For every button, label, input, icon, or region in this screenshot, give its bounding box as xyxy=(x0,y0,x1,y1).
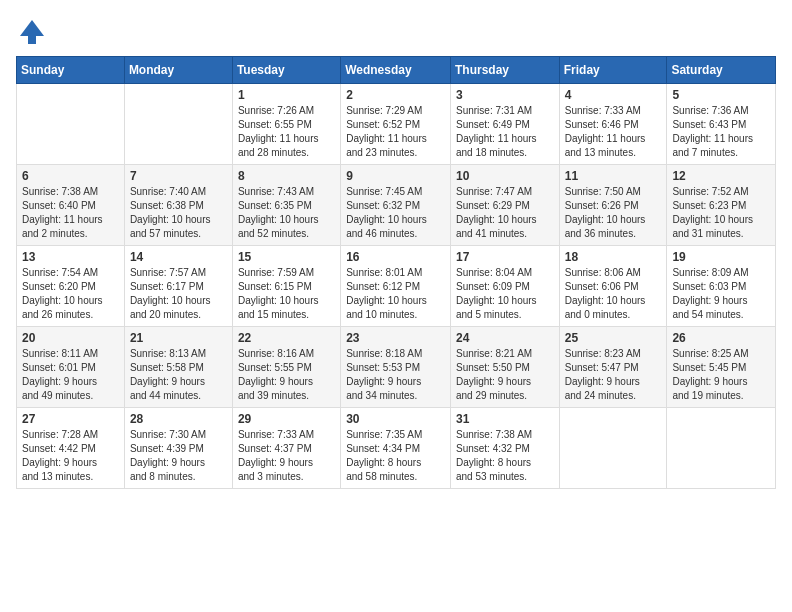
day-info: Sunrise: 7:40 AM Sunset: 6:38 PM Dayligh… xyxy=(130,185,227,241)
calendar-cell: 9Sunrise: 7:45 AM Sunset: 6:32 PM Daylig… xyxy=(341,165,451,246)
day-of-week-header: Thursday xyxy=(450,57,559,84)
calendar-cell: 29Sunrise: 7:33 AM Sunset: 4:37 PM Dayli… xyxy=(232,408,340,489)
calendar-cell: 17Sunrise: 8:04 AM Sunset: 6:09 PM Dayli… xyxy=(450,246,559,327)
svg-rect-1 xyxy=(28,36,36,44)
day-number: 25 xyxy=(565,331,662,345)
calendar-cell: 4Sunrise: 7:33 AM Sunset: 6:46 PM Daylig… xyxy=(559,84,667,165)
day-of-week-header: Saturday xyxy=(667,57,776,84)
calendar-cell: 23Sunrise: 8:18 AM Sunset: 5:53 PM Dayli… xyxy=(341,327,451,408)
day-info: Sunrise: 7:45 AM Sunset: 6:32 PM Dayligh… xyxy=(346,185,445,241)
day-number: 8 xyxy=(238,169,335,183)
day-number: 3 xyxy=(456,88,554,102)
day-number: 2 xyxy=(346,88,445,102)
day-info: Sunrise: 7:33 AM Sunset: 4:37 PM Dayligh… xyxy=(238,428,335,484)
calendar-week-row: 6Sunrise: 7:38 AM Sunset: 6:40 PM Daylig… xyxy=(17,165,776,246)
day-info: Sunrise: 7:29 AM Sunset: 6:52 PM Dayligh… xyxy=(346,104,445,160)
day-of-week-header: Monday xyxy=(124,57,232,84)
day-number: 12 xyxy=(672,169,770,183)
day-number: 7 xyxy=(130,169,227,183)
day-number: 16 xyxy=(346,250,445,264)
day-info: Sunrise: 7:36 AM Sunset: 6:43 PM Dayligh… xyxy=(672,104,770,160)
calendar-cell: 22Sunrise: 8:16 AM Sunset: 5:55 PM Dayli… xyxy=(232,327,340,408)
day-number: 13 xyxy=(22,250,119,264)
calendar-cell: 6Sunrise: 7:38 AM Sunset: 6:40 PM Daylig… xyxy=(17,165,125,246)
day-number: 26 xyxy=(672,331,770,345)
day-info: Sunrise: 7:54 AM Sunset: 6:20 PM Dayligh… xyxy=(22,266,119,322)
calendar-cell: 3Sunrise: 7:31 AM Sunset: 6:49 PM Daylig… xyxy=(450,84,559,165)
calendar-week-row: 20Sunrise: 8:11 AM Sunset: 6:01 PM Dayli… xyxy=(17,327,776,408)
calendar-cell: 1Sunrise: 7:26 AM Sunset: 6:55 PM Daylig… xyxy=(232,84,340,165)
calendar-week-row: 1Sunrise: 7:26 AM Sunset: 6:55 PM Daylig… xyxy=(17,84,776,165)
day-info: Sunrise: 8:04 AM Sunset: 6:09 PM Dayligh… xyxy=(456,266,554,322)
day-number: 30 xyxy=(346,412,445,426)
day-info: Sunrise: 8:23 AM Sunset: 5:47 PM Dayligh… xyxy=(565,347,662,403)
day-info: Sunrise: 7:59 AM Sunset: 6:15 PM Dayligh… xyxy=(238,266,335,322)
calendar-cell: 5Sunrise: 7:36 AM Sunset: 6:43 PM Daylig… xyxy=(667,84,776,165)
day-number: 31 xyxy=(456,412,554,426)
day-number: 17 xyxy=(456,250,554,264)
calendar-cell: 28Sunrise: 7:30 AM Sunset: 4:39 PM Dayli… xyxy=(124,408,232,489)
day-of-week-header: Wednesday xyxy=(341,57,451,84)
day-number: 10 xyxy=(456,169,554,183)
calendar-cell: 7Sunrise: 7:40 AM Sunset: 6:38 PM Daylig… xyxy=(124,165,232,246)
page-header xyxy=(16,16,776,48)
day-info: Sunrise: 7:31 AM Sunset: 6:49 PM Dayligh… xyxy=(456,104,554,160)
day-number: 21 xyxy=(130,331,227,345)
day-of-week-header: Sunday xyxy=(17,57,125,84)
day-info: Sunrise: 8:16 AM Sunset: 5:55 PM Dayligh… xyxy=(238,347,335,403)
calendar-cell xyxy=(667,408,776,489)
day-info: Sunrise: 7:33 AM Sunset: 6:46 PM Dayligh… xyxy=(565,104,662,160)
calendar-cell: 16Sunrise: 8:01 AM Sunset: 6:12 PM Dayli… xyxy=(341,246,451,327)
day-number: 11 xyxy=(565,169,662,183)
day-number: 18 xyxy=(565,250,662,264)
day-of-week-header: Tuesday xyxy=(232,57,340,84)
calendar-cell: 31Sunrise: 7:38 AM Sunset: 4:32 PM Dayli… xyxy=(450,408,559,489)
calendar-cell xyxy=(17,84,125,165)
day-number: 23 xyxy=(346,331,445,345)
day-info: Sunrise: 7:43 AM Sunset: 6:35 PM Dayligh… xyxy=(238,185,335,241)
calendar-table: SundayMondayTuesdayWednesdayThursdayFrid… xyxy=(16,56,776,489)
day-info: Sunrise: 8:25 AM Sunset: 5:45 PM Dayligh… xyxy=(672,347,770,403)
day-info: Sunrise: 7:47 AM Sunset: 6:29 PM Dayligh… xyxy=(456,185,554,241)
logo xyxy=(16,16,50,48)
calendar-cell xyxy=(559,408,667,489)
day-number: 9 xyxy=(346,169,445,183)
calendar-cell: 19Sunrise: 8:09 AM Sunset: 6:03 PM Dayli… xyxy=(667,246,776,327)
calendar-cell xyxy=(124,84,232,165)
calendar-cell: 15Sunrise: 7:59 AM Sunset: 6:15 PM Dayli… xyxy=(232,246,340,327)
calendar-cell: 21Sunrise: 8:13 AM Sunset: 5:58 PM Dayli… xyxy=(124,327,232,408)
day-number: 5 xyxy=(672,88,770,102)
day-number: 19 xyxy=(672,250,770,264)
day-info: Sunrise: 7:35 AM Sunset: 4:34 PM Dayligh… xyxy=(346,428,445,484)
day-number: 4 xyxy=(565,88,662,102)
calendar-week-row: 13Sunrise: 7:54 AM Sunset: 6:20 PM Dayli… xyxy=(17,246,776,327)
day-info: Sunrise: 7:26 AM Sunset: 6:55 PM Dayligh… xyxy=(238,104,335,160)
day-info: Sunrise: 7:28 AM Sunset: 4:42 PM Dayligh… xyxy=(22,428,119,484)
calendar-cell: 24Sunrise: 8:21 AM Sunset: 5:50 PM Dayli… xyxy=(450,327,559,408)
day-info: Sunrise: 8:18 AM Sunset: 5:53 PM Dayligh… xyxy=(346,347,445,403)
day-info: Sunrise: 7:38 AM Sunset: 4:32 PM Dayligh… xyxy=(456,428,554,484)
day-info: Sunrise: 8:13 AM Sunset: 5:58 PM Dayligh… xyxy=(130,347,227,403)
calendar-cell: 11Sunrise: 7:50 AM Sunset: 6:26 PM Dayli… xyxy=(559,165,667,246)
calendar-week-row: 27Sunrise: 7:28 AM Sunset: 4:42 PM Dayli… xyxy=(17,408,776,489)
day-number: 24 xyxy=(456,331,554,345)
day-info: Sunrise: 7:57 AM Sunset: 6:17 PM Dayligh… xyxy=(130,266,227,322)
day-number: 6 xyxy=(22,169,119,183)
day-number: 14 xyxy=(130,250,227,264)
day-info: Sunrise: 8:06 AM Sunset: 6:06 PM Dayligh… xyxy=(565,266,662,322)
day-of-week-header: Friday xyxy=(559,57,667,84)
day-info: Sunrise: 8:21 AM Sunset: 5:50 PM Dayligh… xyxy=(456,347,554,403)
day-number: 28 xyxy=(130,412,227,426)
calendar-header-row: SundayMondayTuesdayWednesdayThursdayFrid… xyxy=(17,57,776,84)
logo-icon xyxy=(16,16,48,48)
svg-marker-0 xyxy=(20,20,44,36)
day-info: Sunrise: 8:09 AM Sunset: 6:03 PM Dayligh… xyxy=(672,266,770,322)
calendar-cell: 20Sunrise: 8:11 AM Sunset: 6:01 PM Dayli… xyxy=(17,327,125,408)
calendar-cell: 14Sunrise: 7:57 AM Sunset: 6:17 PM Dayli… xyxy=(124,246,232,327)
day-info: Sunrise: 7:52 AM Sunset: 6:23 PM Dayligh… xyxy=(672,185,770,241)
day-number: 15 xyxy=(238,250,335,264)
calendar-cell: 27Sunrise: 7:28 AM Sunset: 4:42 PM Dayli… xyxy=(17,408,125,489)
calendar-cell: 8Sunrise: 7:43 AM Sunset: 6:35 PM Daylig… xyxy=(232,165,340,246)
calendar-cell: 10Sunrise: 7:47 AM Sunset: 6:29 PM Dayli… xyxy=(450,165,559,246)
day-info: Sunrise: 8:11 AM Sunset: 6:01 PM Dayligh… xyxy=(22,347,119,403)
